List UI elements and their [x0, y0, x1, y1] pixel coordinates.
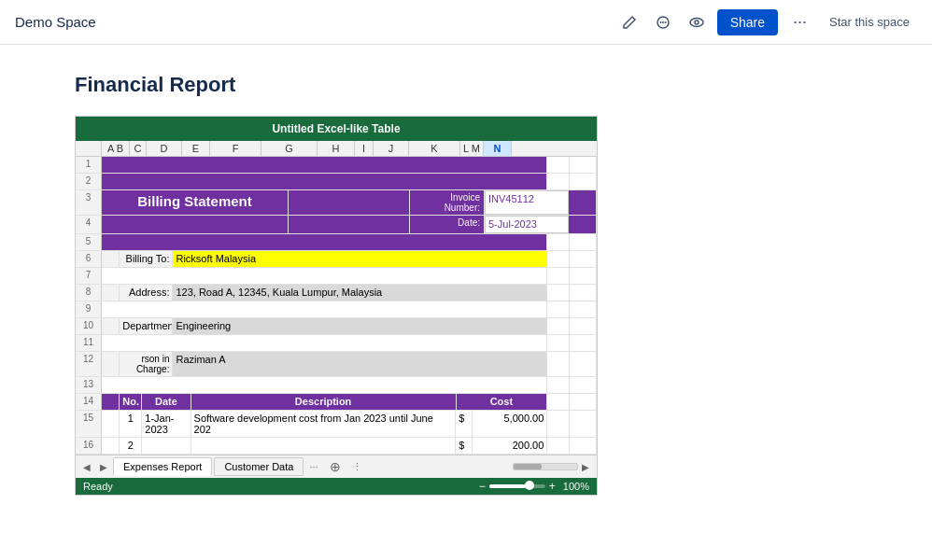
table-row: 4 Date: 5-Jul-2023	[76, 216, 597, 234]
table-row: 6 Billing To: Ricksoft Malaysia	[76, 251, 597, 268]
col-no-header: No.	[120, 394, 142, 410]
svg-point-5	[695, 21, 699, 24]
h-scrollbar[interactable]	[513, 463, 578, 470]
svg-point-2	[662, 21, 664, 23]
tab-next-button[interactable]: ▶	[96, 460, 111, 474]
table-row: 11	[76, 335, 597, 352]
svg-point-4	[690, 18, 703, 26]
table-row: 8 Address: 123, Road A, 12345, Kuala Lum…	[76, 285, 597, 301]
tab-add-button[interactable]: ⊕	[324, 457, 346, 476]
zoom-out-button[interactable]: −	[479, 480, 486, 493]
col-desc-header: Description	[191, 394, 457, 410]
h-scrollbar-thumb	[514, 464, 542, 469]
person-value: Raziman A	[173, 352, 547, 376]
h-scroll-area: ▶	[364, 460, 593, 474]
tab-expenses-report[interactable]: Expenses Report	[113, 457, 212, 476]
space-title: Demo Space	[15, 14, 616, 30]
table-row: 1	[76, 157, 597, 174]
star-space-button[interactable]: Star this space	[822, 9, 917, 35]
row1-no: 1	[120, 411, 142, 437]
col-lm: L M	[460, 141, 484, 156]
row1-desc: Software development cost from Jan 2023 …	[191, 411, 457, 437]
col-cost-header: Cost	[457, 394, 548, 410]
col-headers: A B C D E F G H I J K L M N	[76, 141, 597, 157]
row1-cost: 5,000.00	[473, 411, 548, 437]
table-row: 10 Department: Engineering	[76, 318, 597, 335]
row2-no: 2	[120, 438, 142, 454]
col-k: K	[409, 141, 460, 156]
date-label: Date:	[410, 216, 485, 233]
table-row: 14 No. Date Description Cost	[76, 394, 597, 411]
tab-separator: ⋮	[352, 461, 362, 473]
col-n: N	[484, 141, 512, 156]
zoom-level: 100%	[563, 481, 589, 492]
table-row: 3 Billing Statement Invoice Number: INV4…	[76, 190, 597, 216]
edit-icon	[622, 15, 637, 30]
status-text: Ready	[83, 481, 113, 492]
tab-more: ···	[305, 459, 321, 474]
page-content: Financial Report Untitled Excel-like Tab…	[0, 45, 932, 524]
svg-point-3	[664, 21, 666, 23]
col-f: F	[210, 141, 261, 156]
excel-title: Untitled Excel-like Table	[76, 117, 597, 141]
tab-prev-button[interactable]: ◀	[79, 460, 94, 474]
col-j: J	[374, 141, 409, 156]
spreadsheet-body: 1 2 3 Billing Statement Invoice Number: …	[76, 157, 597, 455]
table-row: 13	[76, 377, 597, 394]
more-options-button[interactable]: ···	[785, 8, 814, 35]
topbar-actions: Share ··· Star this space	[616, 8, 917, 35]
col-g: G	[261, 141, 318, 156]
comment-icon-btn[interactable]	[650, 9, 676, 35]
tab-bar: ◀ ▶ Expenses Report Customer Data ··· ⊕ …	[76, 455, 597, 478]
col-i: I	[355, 141, 374, 156]
person-label: rson in Charge:	[120, 352, 173, 376]
excel-embed: Untitled Excel-like Table A B C D E F G …	[75, 116, 598, 496]
svg-point-1	[659, 21, 661, 23]
share-button[interactable]: Share	[717, 9, 778, 35]
address-value: 123, Road A, 12345, Kuala Lumpur, Malays…	[173, 285, 547, 301]
address-label: Address:	[120, 285, 173, 301]
col-e: E	[182, 141, 210, 156]
department-value: Engineering	[173, 318, 547, 334]
topbar: Demo Space Share ··· Star this space	[0, 0, 932, 45]
invoice-label: Invoice Number:	[410, 190, 485, 215]
page-title: Financial Report	[75, 73, 857, 97]
zoom-controls: − + 100%	[479, 480, 589, 493]
table-row: 5	[76, 234, 597, 251]
row1-date: 1-Jan-2023	[142, 411, 191, 437]
table-row: 15 1 1-Jan-2023 Software development cos…	[76, 411, 597, 438]
col-d: D	[147, 141, 182, 156]
table-row: 7	[76, 268, 597, 285]
zoom-thumb	[525, 481, 534, 490]
zoom-in-button[interactable]: +	[549, 480, 556, 493]
col-date-header: Date	[142, 394, 191, 410]
row2-cost: 200.00	[473, 438, 548, 454]
invoice-value: INV45112	[485, 190, 569, 215]
billing-statement-title: Billing Statement	[102, 190, 289, 215]
row-num-header	[76, 141, 102, 156]
edit-icon-btn[interactable]	[616, 9, 643, 35]
billing-to-label: Billing To:	[120, 251, 173, 267]
zoom-slider[interactable]	[489, 484, 545, 488]
table-row: 16 2 $ 200.00	[76, 438, 597, 455]
zoom-slider-fill	[489, 484, 526, 488]
date-value: 5-Jul-2023	[485, 216, 569, 233]
col-c: C	[130, 141, 147, 156]
table-row: 9	[76, 301, 597, 318]
table-row: 12 rson in Charge: Raziman A	[76, 352, 597, 377]
view-icon-btn[interactable]	[684, 9, 710, 35]
eye-icon	[689, 15, 704, 30]
col-h: H	[318, 141, 355, 156]
department-label: Department:	[120, 318, 173, 334]
status-bar: Ready − + 100%	[76, 478, 597, 495]
billing-to-value: Ricksoft Malaysia	[173, 251, 547, 267]
col-ab: A B	[102, 141, 130, 156]
comment-icon	[656, 15, 671, 30]
tab-customer-data[interactable]: Customer Data	[214, 457, 304, 476]
scroll-right-button[interactable]: ▶	[578, 460, 593, 474]
table-row: 2	[76, 174, 597, 190]
